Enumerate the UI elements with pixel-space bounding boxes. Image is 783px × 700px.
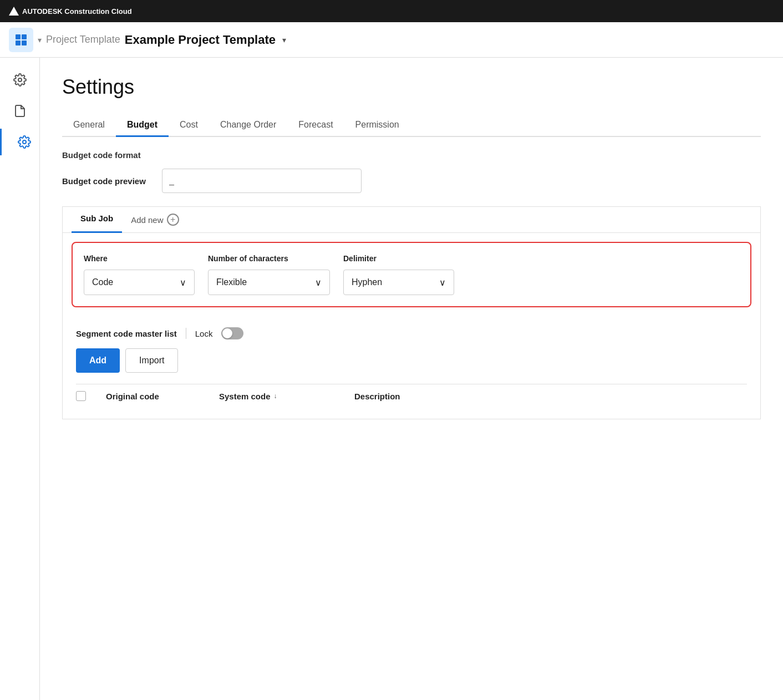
tab-cost[interactable]: Cost [169, 114, 209, 137]
config-box: Where Code ∨ Number of characters Flexib… [72, 242, 751, 307]
svg-point-4 [18, 78, 22, 82]
breadcrumb-dropdown-icon[interactable]: ▾ [282, 35, 286, 44]
section-label: Budget code format [62, 150, 761, 160]
breadcrumb-bar: ▾ Project Template Example Project Templ… [0, 22, 783, 58]
top-bar: AUTODESK Construction Cloud [0, 0, 783, 22]
where-chevron-icon: ∨ [180, 277, 186, 288]
action-buttons: Add Import [76, 348, 747, 373]
svg-rect-2 [16, 40, 21, 45]
tab-forecast[interactable]: Forecast [287, 114, 344, 137]
col-header-system[interactable]: System code ↓ [219, 392, 341, 401]
divider [186, 328, 186, 339]
toggle-knob [222, 328, 232, 338]
lock-label: Lock [195, 329, 213, 338]
budget-preview-row: Budget code preview [62, 169, 761, 193]
sub-tab-sub-job[interactable]: Sub Job [72, 207, 122, 233]
tab-change-order[interactable]: Change Order [209, 114, 287, 137]
num-chars-chevron-icon: ∨ [315, 277, 322, 288]
add-button[interactable]: Add [76, 348, 120, 373]
brand-name: AUTODESK Construction Cloud [22, 7, 132, 16]
tab-permission[interactable]: Permission [344, 114, 410, 137]
sub-tab-bar: Sub Job Add new + [63, 207, 760, 233]
settings-icon [18, 135, 31, 149]
svg-rect-1 [22, 34, 27, 39]
delimiter-label: Delimiter [343, 254, 454, 263]
table-select-all-checkbox[interactable] [76, 391, 86, 401]
delimiter-chevron-icon: ∨ [439, 277, 446, 288]
breadcrumb-icon-box[interactable] [9, 28, 33, 52]
col-system-label: System code [219, 392, 271, 401]
table-header: Original code System code ↓ Description [76, 384, 747, 408]
tab-general[interactable]: General [62, 114, 116, 137]
logo-triangle-icon [9, 7, 19, 16]
svg-point-5 [23, 140, 26, 144]
where-label: Where [84, 254, 195, 263]
sidebar-item-gear[interactable] [7, 67, 33, 93]
breadcrumb-chevron-icon: ▾ [38, 35, 42, 44]
num-chars-value: Flexible [216, 277, 247, 287]
col-original-label: Original code [106, 392, 159, 401]
num-chars-label: Number of characters [208, 254, 330, 263]
main-layout: Settings General Budget Cost Change Orde… [0, 58, 783, 700]
sidebar-item-document[interactable] [7, 98, 33, 124]
budget-preview-input[interactable] [162, 169, 362, 193]
sort-arrow-icon: ↓ [274, 392, 277, 400]
col-header-description: Description [354, 392, 465, 401]
autodesk-logo: AUTODESK Construction Cloud [9, 7, 132, 16]
document-icon [13, 104, 27, 118]
tab-budget[interactable]: Budget [116, 114, 169, 137]
breadcrumb-label: Project Template [46, 34, 120, 45]
breadcrumb-title: Example Project Template [125, 33, 276, 47]
tab-bar: General Budget Cost Change Order Forecas… [62, 114, 761, 137]
config-col-delimiter: Delimiter Hyphen ∨ [343, 254, 454, 295]
content-area: Settings General Budget Cost Change Orde… [40, 58, 783, 700]
col-desc-label: Description [354, 392, 400, 401]
where-value: Code [92, 277, 113, 287]
col-header-original: Original code [106, 392, 206, 401]
delimiter-value: Hyphen [352, 277, 382, 287]
segment-header: Segment code master list Lock [76, 327, 747, 339]
add-new-label: Add new [131, 215, 163, 225]
budget-preview-label: Budget code preview [62, 176, 151, 186]
import-button[interactable]: Import [125, 348, 178, 373]
grid-icon [14, 33, 28, 47]
add-circle-icon: + [167, 214, 179, 226]
page-title: Settings [62, 75, 761, 99]
segment-section: Segment code master list Lock Add Import… [63, 316, 760, 419]
config-col-num-chars: Number of characters Flexible ∨ [208, 254, 330, 295]
segment-title: Segment code master list [76, 329, 177, 338]
svg-rect-3 [22, 40, 27, 45]
svg-rect-0 [16, 34, 21, 39]
sidebar-item-settings[interactable] [0, 129, 39, 155]
where-dropdown[interactable]: Code ∨ [84, 270, 195, 295]
sub-tab-add-new[interactable]: Add new + [122, 207, 187, 232]
lock-toggle[interactable] [221, 327, 243, 339]
gear-icon [13, 73, 27, 87]
sub-tabs-container: Sub Job Add new + Where Code ∨ Number of… [62, 206, 761, 419]
config-col-where: Where Code ∨ [84, 254, 195, 295]
delimiter-dropdown[interactable]: Hyphen ∨ [343, 270, 454, 295]
num-chars-dropdown[interactable]: Flexible ∨ [208, 270, 330, 295]
sidebar [0, 58, 40, 700]
